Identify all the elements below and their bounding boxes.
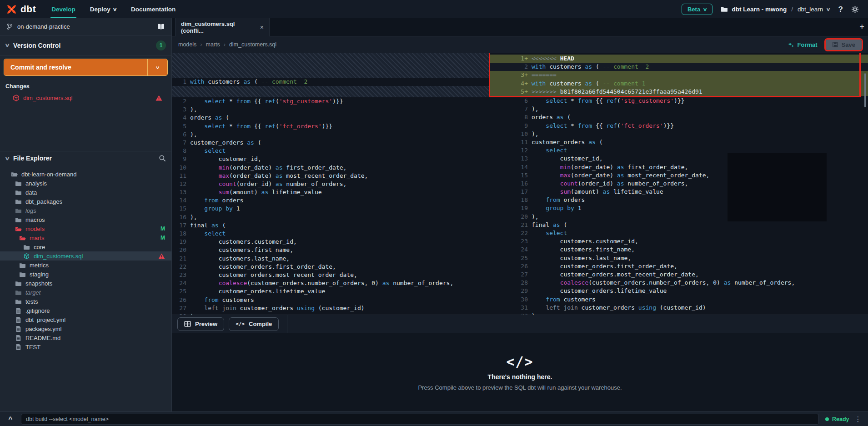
line-number: 4+ xyxy=(489,80,528,88)
tab-dim-customers[interactable]: dim_customers.sql (confli... × xyxy=(175,18,270,36)
tree-item-packages-yml[interactable]: packages.yml xyxy=(0,324,171,333)
dbt-logo-text: dbt xyxy=(20,4,36,15)
git-branch-icon xyxy=(6,23,13,30)
tree-item-logs[interactable]: logs xyxy=(0,206,171,215)
code-line: 6), xyxy=(172,130,489,139)
code-text: coalesce(customer_orders.number_of_order… xyxy=(528,279,795,287)
line-number: 24 xyxy=(489,246,528,254)
code-text: >>>>>>> b81f802a66fd544504c65721e3ffaaa9… xyxy=(528,88,702,96)
code-line: 22 customer_orders.first_order_date, xyxy=(172,263,489,271)
breadcrumb-item[interactable]: dim_customers.sql xyxy=(229,41,276,48)
gear-icon[interactable] xyxy=(851,5,859,13)
changes-label: Changes xyxy=(0,76,171,92)
code-text: min(order_date) as first_order_date, xyxy=(186,164,346,172)
tree-item--gitignore[interactable]: .gitignore xyxy=(0,306,171,315)
code-line: 7), xyxy=(489,105,868,113)
tree-item-data[interactable]: data xyxy=(0,188,171,197)
tree-item-tests[interactable]: tests xyxy=(0,297,171,306)
editor-pane-left[interactable]: 1with customers as ( -- comment 2 2 sele… xyxy=(172,53,489,315)
line-number: 32 xyxy=(489,312,528,315)
editor-tab-bar: dim_customers.sql (confli... × + xyxy=(172,18,868,36)
preview-button[interactable]: Preview xyxy=(177,317,224,331)
sidebar: on-demand-practice ∨ Version Control 1 C… xyxy=(0,18,172,411)
changed-file-row[interactable]: dim_customers.sql xyxy=(0,92,171,104)
line-number: 28 xyxy=(489,279,528,287)
search-icon[interactable] xyxy=(159,155,166,162)
tree-item-readme-md[interactable]: README.md xyxy=(0,333,171,342)
line-number: 21 xyxy=(489,221,528,229)
tree-item-snapshots[interactable]: snapshots xyxy=(0,279,171,288)
code-line: 8 select xyxy=(172,147,489,155)
code-text: final as ( xyxy=(528,221,567,229)
code-line: 14 from orders xyxy=(172,196,489,205)
format-button[interactable]: Format xyxy=(788,41,818,48)
status-indicator: Ready xyxy=(825,416,849,422)
expand-caret-icon[interactable]: ^ xyxy=(0,415,21,423)
tree-item-dbt-packages[interactable]: dbt_packages xyxy=(0,197,171,206)
tree-item-dim-customers-sql[interactable]: dim_customers.sql xyxy=(0,251,171,261)
tree-item-staging[interactable]: staging xyxy=(0,270,171,279)
breadcrumb-item[interactable]: models xyxy=(178,41,196,48)
editor-scrollbar[interactable] xyxy=(864,73,866,107)
tree-item-label: metrics xyxy=(30,262,49,269)
tree-item-core[interactable]: core xyxy=(0,242,171,251)
chevron-down-icon: ∨ xyxy=(703,7,707,12)
save-button[interactable]: Save xyxy=(826,40,862,50)
docs-book-icon[interactable] xyxy=(157,23,165,30)
line-number: 25 xyxy=(172,287,186,296)
line-number: 5+ xyxy=(489,88,528,96)
tree-item-dbt-project-yml[interactable]: dbt_project.yml xyxy=(0,315,171,324)
code-line: 10), xyxy=(489,130,868,138)
code-text: from orders xyxy=(186,196,243,205)
tree-item-analysis[interactable]: analysis xyxy=(0,179,171,188)
tree-item-target[interactable]: target xyxy=(0,288,171,297)
code-text: customer_orders as ( xyxy=(186,139,261,147)
commit-and-resolve-button[interactable]: Commit and resolve xyxy=(4,59,147,75)
code-line: 20 customers.first_name, xyxy=(172,246,489,254)
nav-item-deploy[interactable]: Deploy∨ xyxy=(83,0,124,18)
nav-item-documentation[interactable]: Documentation xyxy=(124,0,183,18)
nav-item-develop[interactable]: Develop xyxy=(44,0,83,18)
tree-item-label: tests xyxy=(25,298,38,305)
tree-item-models[interactable]: modelsM xyxy=(0,224,171,233)
project-separator: / xyxy=(790,6,794,13)
code-text: customer_orders.most_recent_order_date, xyxy=(186,271,357,279)
code-line: 16), xyxy=(172,213,489,221)
tree-item-test[interactable]: TEST xyxy=(0,342,171,351)
conflict-hatched-region xyxy=(172,86,489,97)
tree-item-metrics[interactable]: metrics xyxy=(0,261,171,270)
code-line: 23 customer_orders.most_recent_order_dat… xyxy=(172,271,489,279)
tree-item-label: macros xyxy=(25,216,45,223)
beta-dropdown[interactable]: Beta ∨ xyxy=(682,4,713,15)
kebab-menu-icon[interactable]: ⋮ xyxy=(855,415,862,423)
code-line: 13 sum(amount) as lifetime_value xyxy=(172,188,489,196)
version-control-header[interactable]: ∨ Version Control 1 xyxy=(0,35,171,55)
compile-button[interactable]: </> Compile xyxy=(229,317,279,331)
beta-label: Beta xyxy=(687,6,700,13)
code-text: sum(amount) as lifetime_value xyxy=(528,188,663,196)
editor-main: dim_customers.sql (confli... × + models›… xyxy=(172,18,868,411)
branch-selector[interactable]: on-demand-practice xyxy=(0,18,171,35)
file-explorer-header[interactable]: ∨ File Explorer xyxy=(0,151,171,165)
new-tab-button[interactable]: + xyxy=(859,22,864,32)
divider xyxy=(0,55,171,55)
breadcrumb-item[interactable]: marts xyxy=(206,41,220,48)
line-number: 8 xyxy=(489,113,528,121)
commit-options-caret[interactable]: ∨ xyxy=(147,59,167,75)
help-icon[interactable]: ? xyxy=(838,5,843,13)
code-text: customer_id, xyxy=(186,155,261,163)
line-number: 22 xyxy=(172,263,186,271)
code-editor-area: 1with customers as ( -- comment 2 2 sele… xyxy=(172,53,868,315)
command-input[interactable] xyxy=(21,414,819,425)
code-text: customers.first_name, xyxy=(528,246,635,254)
project-switcher[interactable]: dbt Learn - mwong / dbt_learn ∨ xyxy=(721,6,830,13)
code-text: customers.customer_id, xyxy=(186,238,297,246)
close-icon[interactable]: × xyxy=(260,24,264,31)
tree-item-dbt-learn-on-demand[interactable]: dbt-learn-on-demand xyxy=(0,170,171,179)
code-text: <<<<<<< HEAD xyxy=(528,55,574,63)
conflict-warning-icon xyxy=(158,253,165,259)
tree-item-marts[interactable]: martsM xyxy=(0,233,171,242)
modified-badge: M xyxy=(161,235,165,241)
dbt-logo[interactable]: dbt xyxy=(0,3,44,15)
tree-item-macros[interactable]: macros xyxy=(0,215,171,224)
